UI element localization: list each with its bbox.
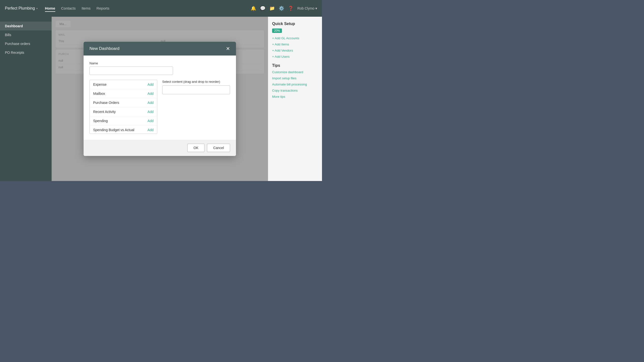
- select-content-label: Select content (drag and drop to reorder…: [162, 80, 230, 83]
- bell-icon[interactable]: 🔔: [251, 6, 256, 11]
- ok-button[interactable]: OK: [187, 144, 204, 152]
- modal-body: Name Expense Add Mailbox: [84, 55, 236, 140]
- sidebar-item-dashboard[interactable]: Dashboard: [0, 22, 52, 30]
- cancel-button[interactable]: Cancel: [207, 144, 230, 152]
- sidebar-item-bills[interactable]: Bills: [0, 30, 52, 39]
- add-gl-accounts-link[interactable]: + Add GL Accounts: [272, 36, 318, 40]
- content-item-spending: Spending: [93, 119, 108, 123]
- modal-backdrop: New Dashboard ✕ Name Expense Add: [52, 17, 268, 181]
- copy-transactions-link[interactable]: Copy transactions: [272, 89, 318, 92]
- customize-dashboard-link[interactable]: Customize dashboard: [272, 70, 318, 74]
- add-recent-activity-button[interactable]: Add: [148, 110, 154, 114]
- name-label: Name: [90, 61, 230, 65]
- nav-home[interactable]: Home: [45, 5, 55, 12]
- new-dashboard-modal: New Dashboard ✕ Name Expense Add: [84, 42, 236, 156]
- brand-chevron-icon: ▾: [36, 7, 38, 10]
- modal-columns: Expense Add Mailbox Add Purchase Orders …: [90, 80, 230, 134]
- modal-title: New Dashboard: [90, 46, 120, 51]
- modal-header: New Dashboard ✕: [84, 42, 236, 55]
- gear-icon[interactable]: ⚙️: [279, 6, 284, 11]
- add-vendors-link[interactable]: + Add Vendors: [272, 49, 318, 52]
- progress-badge: 20%: [272, 28, 282, 33]
- add-expense-button[interactable]: Add: [148, 82, 154, 86]
- content-item-recent-activity: Recent Activity: [93, 110, 116, 114]
- brand-name: Perfect Plumbing: [5, 6, 35, 10]
- content-row-spending: Spending Add: [90, 116, 157, 125]
- inbox-icon[interactable]: 💬: [260, 6, 266, 11]
- help-icon[interactable]: ❓: [288, 6, 294, 11]
- content-item-purchase-orders: Purchase Orders: [93, 101, 119, 105]
- main-nav: Home Contacts Items Reports: [45, 5, 251, 12]
- content-row-purchase-orders: Purchase Orders Add: [90, 98, 157, 107]
- select-content-column: Select content (drag and drop to reorder…: [162, 80, 230, 96]
- content-row-expense: Expense Add: [90, 80, 157, 89]
- sidebar-item-po-receipts[interactable]: PO Receipts: [0, 48, 52, 57]
- content-list: Expense Add Mailbox Add Purchase Orders …: [90, 80, 157, 134]
- content-item-spending-budget: Spending Budget vs Actual: [93, 128, 134, 132]
- add-mailbox-button[interactable]: Add: [148, 92, 154, 95]
- content-row-mailbox: Mailbox Add: [90, 89, 157, 98]
- content-item-expense: Expense: [93, 82, 106, 86]
- nav-contacts[interactable]: Contacts: [61, 5, 76, 12]
- folder-icon[interactable]: 📁: [270, 6, 275, 11]
- nav-items[interactable]: Items: [82, 5, 91, 12]
- content-row-spending-budget: Spending Budget vs Actual Add: [90, 125, 157, 134]
- tips-title: Tips: [272, 63, 318, 68]
- right-panel: Quick Setup 20% + Add GL Accounts + Add …: [268, 17, 322, 181]
- quick-setup-title: Quick Setup: [272, 22, 318, 26]
- add-spending-budget-button[interactable]: Add: [148, 128, 154, 132]
- sidebar: Dashboard Bills Purchase orders PO Recei…: [0, 17, 52, 181]
- page-layout: Dashboard Bills Purchase orders PO Recei…: [0, 17, 322, 181]
- content-item-mailbox: Mailbox: [93, 92, 105, 95]
- modal-footer: OK Cancel: [84, 140, 236, 156]
- sidebar-item-purchase-orders[interactable]: Purchase orders: [0, 39, 52, 48]
- select-content-input[interactable]: [162, 85, 230, 94]
- content-list-column: Expense Add Mailbox Add Purchase Orders …: [90, 80, 157, 134]
- add-users-link[interactable]: + Add Users: [272, 55, 318, 58]
- more-tips-link[interactable]: More tips: [272, 95, 318, 98]
- user-menu[interactable]: Rob Clymo ▾: [298, 6, 317, 10]
- top-navigation: Perfect Plumbing ▾ Home Contacts Items R…: [0, 0, 322, 17]
- nav-reports[interactable]: Reports: [96, 5, 110, 12]
- add-spending-button[interactable]: Add: [148, 119, 154, 123]
- import-setup-files-link[interactable]: Import setup files: [272, 76, 318, 80]
- main-content: Ma... MAIL This null PURCH null null nul…: [52, 17, 268, 181]
- name-input[interactable]: [90, 66, 173, 75]
- modal-close-button[interactable]: ✕: [226, 46, 230, 51]
- nav-icons-group: 🔔 💬 📁 ⚙️ ❓ Rob Clymo ▾: [251, 6, 317, 11]
- content-row-recent-activity: Recent Activity Add: [90, 107, 157, 116]
- add-purchase-orders-button[interactable]: Add: [148, 101, 154, 105]
- automate-bill-processing-link[interactable]: Automate bill processing: [272, 82, 318, 86]
- brand-logo[interactable]: Perfect Plumbing ▾: [5, 6, 38, 10]
- add-items-link[interactable]: + Add Items: [272, 42, 318, 46]
